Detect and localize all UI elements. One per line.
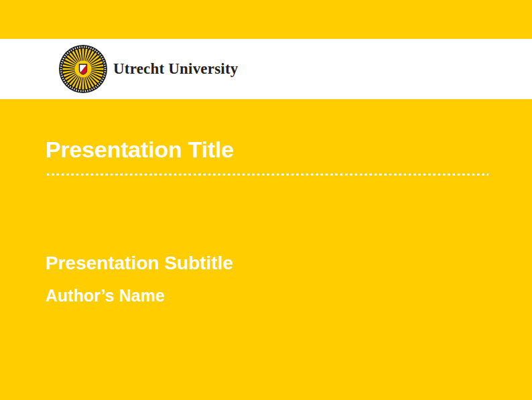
university-wordmark: Utrecht University <box>113 60 239 78</box>
presentation-subtitle: Presentation Subtitle <box>46 254 233 273</box>
utrecht-shield-icon <box>80 64 87 74</box>
top-accent-bar <box>0 0 532 39</box>
utrecht-university-seal-icon <box>59 45 107 93</box>
title-slide: Utrecht University Presentation Title Pr… <box>0 0 532 400</box>
university-logo: Utrecht University <box>59 45 239 93</box>
presentation-title: Presentation Title <box>46 138 234 161</box>
logo-band: Utrecht University <box>0 39 532 99</box>
title-dotted-separator <box>46 173 488 176</box>
author-name: Author’s Name <box>46 287 165 304</box>
